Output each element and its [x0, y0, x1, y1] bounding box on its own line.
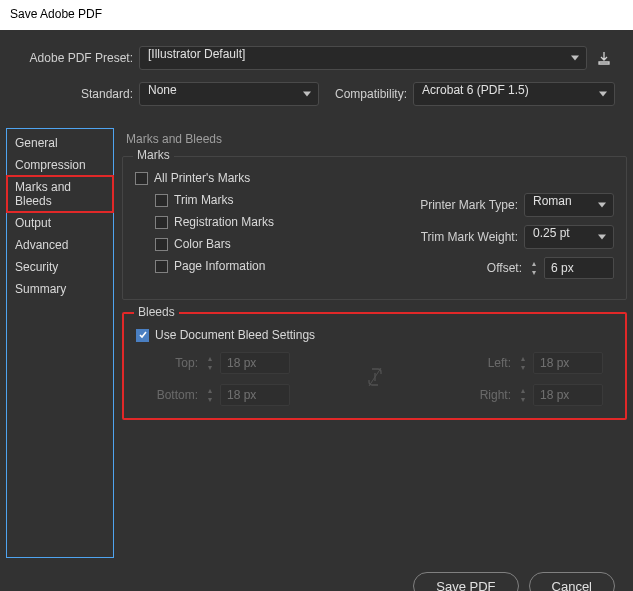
- printer-mark-type-select[interactable]: Roman: [524, 193, 614, 217]
- bleed-bottom-label: Bottom:: [146, 388, 198, 402]
- dialog-window: Save Adobe PDF Adobe PDF Preset: [Illust…: [0, 0, 633, 591]
- save-preset-icon[interactable]: [593, 47, 615, 69]
- use-document-bleed-label: Use Document Bleed Settings: [155, 328, 315, 342]
- trim-mark-weight-label: Trim Mark Weight:: [374, 230, 518, 244]
- standard-select[interactable]: None: [139, 82, 319, 106]
- bleed-left-label: Left:: [459, 356, 511, 370]
- chevron-up-icon: ▴: [528, 260, 540, 268]
- bleeds-group: Bleeds Use Document Bleed Settings Top:: [122, 312, 627, 420]
- bleed-left-stepper: ▴▾: [517, 355, 531, 372]
- standard-value: None: [148, 83, 177, 97]
- all-printers-marks-checkbox[interactable]: [135, 172, 148, 185]
- svg-line-0: [369, 368, 381, 386]
- sidebar-item-general[interactable]: General: [7, 132, 113, 154]
- bleed-top-label: Top:: [146, 356, 198, 370]
- offset-input[interactable]: [544, 257, 614, 279]
- page-information-checkbox[interactable]: [155, 260, 168, 273]
- dialog-body: Adobe PDF Preset: [Illustrator Default] …: [0, 30, 633, 591]
- bleed-right-stepper: ▴▾: [517, 387, 531, 404]
- category-sidebar: General Compression Marks and Bleeds Out…: [6, 128, 114, 558]
- bleed-left-input: [533, 352, 603, 374]
- cancel-button[interactable]: Cancel: [529, 572, 615, 591]
- bleed-top-input: [220, 352, 290, 374]
- chevron-down-icon: ▾: [528, 269, 540, 277]
- window-title: Save Adobe PDF: [10, 7, 102, 21]
- registration-marks-checkbox[interactable]: [155, 216, 168, 229]
- preset-label: Adobe PDF Preset:: [18, 51, 133, 65]
- printer-mark-type-label: Printer Mark Type:: [374, 198, 518, 212]
- trim-mark-weight-select[interactable]: 0.25 pt: [524, 225, 614, 249]
- printer-mark-type-value: Roman: [533, 194, 572, 208]
- sidebar-item-summary[interactable]: Summary: [7, 278, 113, 300]
- marks-group: Marks All Printer's Marks Trim Marks: [122, 156, 627, 300]
- marks-group-title: Marks: [133, 148, 174, 162]
- color-bars-checkbox[interactable]: [155, 238, 168, 251]
- sidebar-item-compression[interactable]: Compression: [7, 154, 113, 176]
- all-printers-marks-label: All Printer's Marks: [154, 171, 250, 185]
- use-document-bleed-checkbox[interactable]: [136, 329, 149, 342]
- main-panel: Marks and Bleeds Marks All Printer's Mar…: [122, 128, 627, 558]
- offset-stepper[interactable]: ▴ ▾: [528, 260, 542, 277]
- bleed-bottom-input: [220, 384, 290, 406]
- trim-marks-label: Trim Marks: [174, 193, 234, 207]
- sidebar-item-security[interactable]: Security: [7, 256, 113, 278]
- bleed-right-label: Right:: [459, 388, 511, 402]
- link-icon: [367, 366, 383, 392]
- preset-value: [Illustrator Default]: [148, 47, 245, 61]
- bleed-right-input: [533, 384, 603, 406]
- bleeds-group-title: Bleeds: [134, 305, 179, 319]
- bleed-top-stepper: ▴▾: [204, 355, 218, 372]
- sidebar-item-output[interactable]: Output: [7, 212, 113, 234]
- bleed-bottom-stepper: ▴▾: [204, 387, 218, 404]
- panel-title: Marks and Bleeds: [126, 132, 627, 146]
- compatibility-label: Compatibility:: [335, 87, 407, 101]
- sidebar-item-marks-and-bleeds[interactable]: Marks and Bleeds: [7, 176, 113, 212]
- preset-select[interactable]: [Illustrator Default]: [139, 46, 587, 70]
- compatibility-select[interactable]: Acrobat 6 (PDF 1.5): [413, 82, 615, 106]
- color-bars-label: Color Bars: [174, 237, 231, 251]
- title-bar: Save Adobe PDF: [0, 0, 633, 30]
- compatibility-value: Acrobat 6 (PDF 1.5): [422, 83, 529, 97]
- offset-label: Offset:: [374, 261, 522, 275]
- trim-mark-weight-value: 0.25 pt: [533, 226, 570, 240]
- save-pdf-button[interactable]: Save PDF: [413, 572, 518, 591]
- standard-label: Standard:: [18, 87, 133, 101]
- page-information-label: Page Information: [174, 259, 265, 273]
- dialog-footer: Save PDF Cancel: [0, 558, 633, 591]
- trim-marks-checkbox[interactable]: [155, 194, 168, 207]
- sidebar-item-advanced[interactable]: Advanced: [7, 234, 113, 256]
- registration-marks-label: Registration Marks: [174, 215, 274, 229]
